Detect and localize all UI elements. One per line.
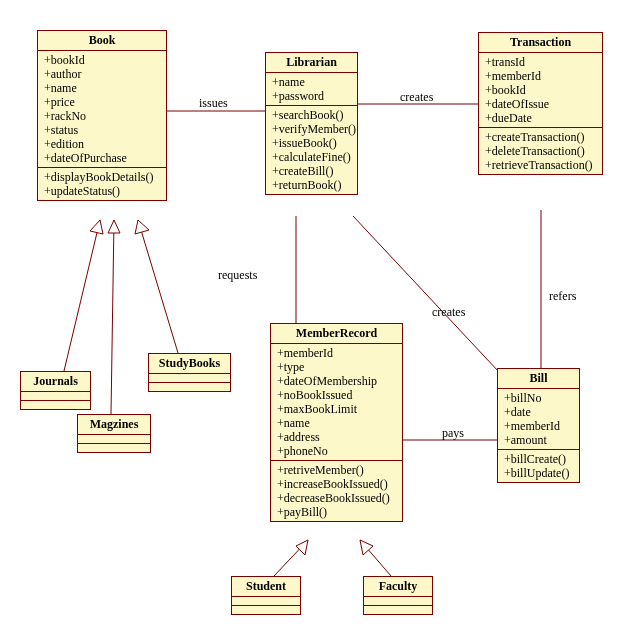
attr: +date	[504, 405, 573, 419]
attr: +edition	[44, 137, 160, 151]
attr: +amount	[504, 433, 573, 447]
op: +updateStatus()	[44, 184, 160, 198]
class-librarian: Librarian +name +password +searchBook() …	[265, 52, 358, 195]
op: +displayBookDetails()	[44, 170, 160, 184]
op: +billCreate()	[504, 452, 573, 466]
class-title: Transaction	[479, 33, 602, 53]
class-bill: Bill +billNo +date +memberId +amount +bi…	[497, 368, 580, 483]
class-book: Book +bookId +author +name +price +rackN…	[37, 30, 167, 201]
class-title: Book	[38, 31, 166, 51]
class-title: MemberRecord	[271, 324, 402, 344]
attr: +memberId	[485, 69, 596, 83]
attr: +noBookIssued	[277, 388, 396, 402]
attr: +dateOfIssue	[485, 97, 596, 111]
class-studybooks: StudyBooks	[148, 353, 231, 392]
svg-line-14	[360, 540, 391, 576]
op: +retriveMember()	[277, 463, 396, 477]
svg-line-10	[138, 220, 178, 353]
attr: +dateOfMembership	[277, 374, 396, 388]
op: +calculateFine()	[272, 150, 351, 164]
op: +deleteTransaction()	[485, 144, 596, 158]
label-creates-librarian-transaction: creates	[400, 90, 433, 105]
svg-marker-9	[108, 220, 120, 233]
attr: +maxBookLimit	[277, 402, 396, 416]
attr: +address	[277, 430, 396, 444]
op: +decreaseBookIssued()	[277, 491, 396, 505]
class-title: Librarian	[266, 53, 357, 73]
op: +searchBook()	[272, 108, 351, 122]
label-pays: pays	[442, 426, 464, 441]
class-attributes: +bookId +author +name +price +rackNo +st…	[38, 51, 166, 168]
class-faculty: Faculty	[363, 576, 433, 615]
class-journals: Journals	[20, 371, 91, 410]
op: +verifyMember()	[272, 122, 351, 136]
label-requests: requests	[218, 268, 257, 283]
class-operations: +searchBook() +verifyMember() +issueBook…	[266, 106, 357, 194]
class-title: Faculty	[364, 577, 432, 597]
class-title: Student	[232, 577, 300, 597]
attr: +bookId	[44, 53, 160, 67]
attr: +status	[44, 123, 160, 137]
attr: +billNo	[504, 391, 573, 405]
class-operations: +billCreate() +billUpdate()	[498, 450, 579, 482]
op: +billUpdate()	[504, 466, 573, 480]
attr: +transId	[485, 55, 596, 69]
op: +payBill()	[277, 505, 396, 519]
class-memberrecord: MemberRecord +memberId +type +dateOfMemb…	[270, 323, 403, 522]
svg-marker-11	[135, 220, 149, 234]
attr: +dateOfPurchase	[44, 151, 160, 165]
svg-marker-7	[90, 220, 103, 234]
attr: +password	[272, 89, 351, 103]
class-operations: +displayBookDetails() +updateStatus()	[38, 168, 166, 200]
svg-line-6	[64, 220, 100, 371]
attr: +name	[44, 81, 160, 95]
class-title: Bill	[498, 369, 579, 389]
class-operations: +createTransaction() +deleteTransaction(…	[479, 128, 602, 174]
class-title: StudyBooks	[149, 354, 230, 374]
svg-line-12	[274, 540, 308, 576]
op: +issueBook()	[272, 136, 351, 150]
attr: +author	[44, 67, 160, 81]
attr: +bookId	[485, 83, 596, 97]
class-title: Magzines	[78, 415, 150, 435]
label-refers: refers	[549, 289, 576, 304]
attr: +price	[44, 95, 160, 109]
class-attributes: +memberId +type +dateOfMembership +noBoo…	[271, 344, 402, 461]
svg-marker-15	[360, 540, 373, 555]
class-title: Journals	[21, 372, 90, 392]
attr: +name	[277, 416, 396, 430]
svg-line-8	[111, 220, 114, 414]
attr: +dueDate	[485, 111, 596, 125]
attr: +type	[277, 360, 396, 374]
class-attributes: +name +password	[266, 73, 357, 106]
op: +increaseBookIssued()	[277, 477, 396, 491]
class-magzines: Magzines	[77, 414, 151, 453]
svg-marker-13	[296, 540, 308, 555]
op: +createTransaction()	[485, 130, 596, 144]
label-creates-librarian-bill: creates	[432, 305, 465, 320]
op: +returnBook()	[272, 178, 351, 192]
attr: +name	[272, 75, 351, 89]
class-attributes: +transId +memberId +bookId +dateOfIssue …	[479, 53, 602, 128]
class-student: Student	[231, 576, 301, 615]
attr: +phoneNo	[277, 444, 396, 458]
op: +createBill()	[272, 164, 351, 178]
op: +retrieveTransaction()	[485, 158, 596, 172]
attr: +rackNo	[44, 109, 160, 123]
class-transaction: Transaction +transId +memberId +bookId +…	[478, 32, 603, 175]
class-attributes: +billNo +date +memberId +amount	[498, 389, 579, 450]
attr: +memberId	[277, 346, 396, 360]
attr: +memberId	[504, 419, 573, 433]
label-issues: issues	[199, 96, 228, 111]
class-operations: +retriveMember() +increaseBookIssued() +…	[271, 461, 402, 521]
